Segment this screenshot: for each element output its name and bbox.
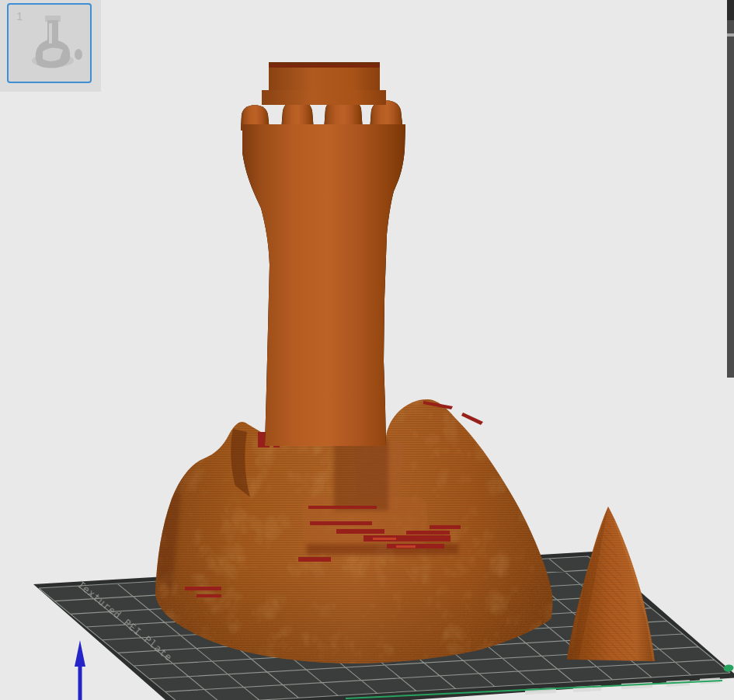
slicer-3d-viewport-window: Textured PEI Plate bbox=[0, 0, 734, 700]
plate-preview-image bbox=[9, 5, 90, 82]
tower bbox=[233, 54, 419, 458]
plate-thumbnail-1[interactable]: 1 bbox=[7, 3, 92, 83]
plate-list-panel: 1 bbox=[0, 0, 101, 92]
preview-3d-viewport[interactable]: Textured PEI Plate bbox=[0, 0, 734, 700]
model-tower-on-rock[interactable] bbox=[140, 54, 575, 676]
right-panel-edge-bar[interactable] bbox=[727, 20, 734, 378]
right-panel-scrollbar-thumb[interactable] bbox=[727, 33, 734, 37]
right-panel-edge-top[interactable] bbox=[727, 0, 734, 20]
y-axis-arrow bbox=[75, 640, 85, 700]
